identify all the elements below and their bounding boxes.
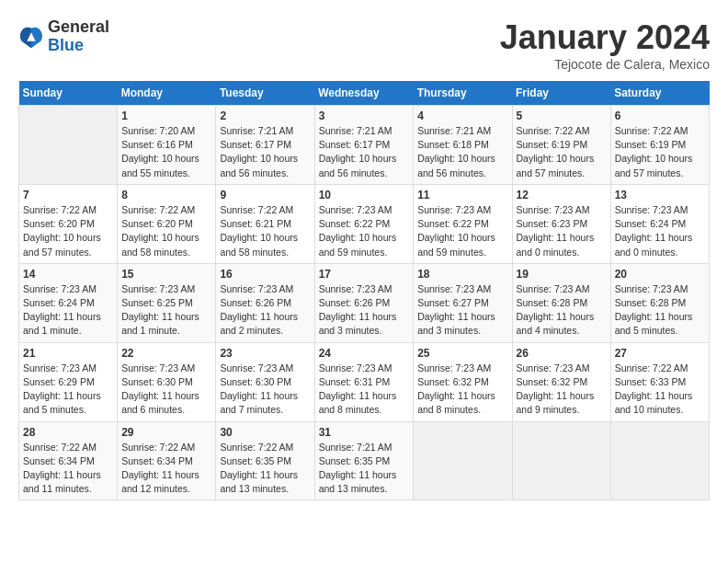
day-cell: 30Sunrise: 7:22 AMSunset: 6:35 PMDayligh… bbox=[216, 421, 314, 500]
day-cell: 27Sunrise: 7:22 AMSunset: 6:33 PMDayligh… bbox=[610, 342, 709, 421]
day-cell bbox=[19, 106, 118, 185]
week-row-1: 1Sunrise: 7:20 AMSunset: 6:16 PMDaylight… bbox=[19, 106, 710, 185]
day-number: 30 bbox=[220, 426, 310, 439]
location: Tejocote de Calera, Mexico bbox=[500, 57, 710, 72]
day-cell bbox=[512, 421, 610, 500]
day-cell: 17Sunrise: 7:23 AMSunset: 6:26 PMDayligh… bbox=[314, 263, 414, 342]
day-cell: 19Sunrise: 7:23 AMSunset: 6:28 PMDayligh… bbox=[512, 263, 610, 342]
col-header-friday: Friday bbox=[512, 81, 610, 106]
day-number: 23 bbox=[220, 347, 310, 360]
day-info: Sunrise: 7:23 AMSunset: 6:31 PMDaylight:… bbox=[319, 362, 410, 418]
day-cell bbox=[610, 421, 709, 500]
day-info: Sunrise: 7:21 AMSunset: 6:35 PMDaylight:… bbox=[319, 441, 410, 497]
day-number: 31 bbox=[319, 426, 410, 439]
day-cell: 1Sunrise: 7:20 AMSunset: 6:16 PMDaylight… bbox=[118, 106, 216, 185]
day-cell bbox=[414, 421, 512, 500]
day-info: Sunrise: 7:23 AMSunset: 6:22 PMDaylight:… bbox=[319, 203, 410, 259]
day-cell: 20Sunrise: 7:23 AMSunset: 6:28 PMDayligh… bbox=[610, 263, 709, 342]
logo: General Blue bbox=[18, 18, 109, 55]
day-cell: 25Sunrise: 7:23 AMSunset: 6:32 PMDayligh… bbox=[414, 342, 512, 421]
day-cell: 5Sunrise: 7:22 AMSunset: 6:19 PMDaylight… bbox=[512, 106, 610, 185]
day-cell: 14Sunrise: 7:23 AMSunset: 6:24 PMDayligh… bbox=[19, 263, 118, 342]
day-number: 27 bbox=[615, 347, 705, 360]
day-info: Sunrise: 7:23 AMSunset: 6:24 PMDaylight:… bbox=[615, 203, 705, 259]
day-info: Sunrise: 7:23 AMSunset: 6:23 PMDaylight:… bbox=[517, 203, 607, 259]
day-number: 3 bbox=[319, 109, 410, 122]
day-cell: 11Sunrise: 7:23 AMSunset: 6:22 PMDayligh… bbox=[414, 184, 512, 263]
day-number: 13 bbox=[615, 189, 705, 201]
day-number: 29 bbox=[121, 426, 211, 439]
day-info: Sunrise: 7:23 AMSunset: 6:32 PMDaylight:… bbox=[417, 362, 507, 418]
col-header-tuesday: Tuesday bbox=[216, 81, 314, 106]
day-info: Sunrise: 7:23 AMSunset: 6:24 PMDaylight:… bbox=[23, 282, 113, 339]
day-number: 22 bbox=[121, 347, 211, 360]
day-number: 15 bbox=[121, 268, 211, 281]
day-number: 25 bbox=[417, 347, 507, 360]
day-cell: 24Sunrise: 7:23 AMSunset: 6:31 PMDayligh… bbox=[314, 342, 414, 421]
day-cell: 18Sunrise: 7:23 AMSunset: 6:27 PMDayligh… bbox=[414, 263, 512, 342]
day-info: Sunrise: 7:22 AMSunset: 6:21 PMDaylight:… bbox=[220, 203, 310, 259]
day-number: 14 bbox=[23, 268, 113, 281]
day-info: Sunrise: 7:23 AMSunset: 6:27 PMDaylight:… bbox=[417, 282, 507, 339]
day-number: 26 bbox=[517, 347, 607, 360]
day-number: 9 bbox=[220, 189, 310, 201]
day-cell: 8Sunrise: 7:22 AMSunset: 6:20 PMDaylight… bbox=[118, 184, 216, 263]
day-cell: 4Sunrise: 7:21 AMSunset: 6:18 PMDaylight… bbox=[414, 106, 512, 185]
day-number: 17 bbox=[319, 268, 410, 281]
week-row-4: 21Sunrise: 7:23 AMSunset: 6:29 PMDayligh… bbox=[19, 342, 710, 421]
day-number: 19 bbox=[517, 268, 607, 281]
day-number: 16 bbox=[220, 268, 310, 281]
day-cell: 29Sunrise: 7:22 AMSunset: 6:34 PMDayligh… bbox=[118, 421, 216, 500]
day-cell: 12Sunrise: 7:23 AMSunset: 6:23 PMDayligh… bbox=[512, 184, 610, 263]
day-cell: 2Sunrise: 7:21 AMSunset: 6:17 PMDaylight… bbox=[216, 106, 314, 185]
day-info: Sunrise: 7:23 AMSunset: 6:30 PMDaylight:… bbox=[220, 362, 310, 418]
week-row-2: 7Sunrise: 7:22 AMSunset: 6:20 PMDaylight… bbox=[19, 184, 710, 263]
day-info: Sunrise: 7:22 AMSunset: 6:20 PMDaylight:… bbox=[121, 203, 211, 259]
day-info: Sunrise: 7:23 AMSunset: 6:25 PMDaylight:… bbox=[121, 282, 211, 339]
header-row: SundayMondayTuesdayWednesdayThursdayFrid… bbox=[19, 81, 710, 106]
day-info: Sunrise: 7:23 AMSunset: 6:30 PMDaylight:… bbox=[121, 362, 211, 418]
day-info: Sunrise: 7:23 AMSunset: 6:29 PMDaylight:… bbox=[23, 362, 113, 418]
week-row-3: 14Sunrise: 7:23 AMSunset: 6:24 PMDayligh… bbox=[19, 263, 710, 342]
day-info: Sunrise: 7:22 AMSunset: 6:19 PMDaylight:… bbox=[615, 124, 705, 180]
logo-text: General Blue bbox=[48, 18, 109, 55]
day-cell: 21Sunrise: 7:23 AMSunset: 6:29 PMDayligh… bbox=[19, 342, 118, 421]
day-info: Sunrise: 7:23 AMSunset: 6:28 PMDaylight:… bbox=[517, 282, 607, 339]
day-info: Sunrise: 7:22 AMSunset: 6:34 PMDaylight:… bbox=[121, 441, 211, 497]
logo-icon bbox=[18, 24, 44, 50]
page-header: General Blue January 2024 Tejocote de Ca… bbox=[18, 18, 710, 72]
col-header-sunday: Sunday bbox=[19, 81, 118, 106]
day-info: Sunrise: 7:21 AMSunset: 6:17 PMDaylight:… bbox=[319, 124, 410, 180]
day-number: 11 bbox=[417, 189, 507, 201]
day-cell: 22Sunrise: 7:23 AMSunset: 6:30 PMDayligh… bbox=[118, 342, 216, 421]
day-info: Sunrise: 7:23 AMSunset: 6:28 PMDaylight:… bbox=[615, 282, 705, 339]
day-number: 28 bbox=[23, 426, 113, 439]
day-number: 4 bbox=[417, 109, 507, 122]
month-title: January 2024 bbox=[500, 18, 710, 57]
day-number: 2 bbox=[220, 109, 310, 122]
day-cell: 23Sunrise: 7:23 AMSunset: 6:30 PMDayligh… bbox=[216, 342, 314, 421]
week-row-5: 28Sunrise: 7:22 AMSunset: 6:34 PMDayligh… bbox=[19, 421, 710, 500]
day-number: 12 bbox=[517, 189, 607, 201]
day-info: Sunrise: 7:22 AMSunset: 6:34 PMDaylight:… bbox=[23, 441, 113, 497]
day-cell: 7Sunrise: 7:22 AMSunset: 6:20 PMDaylight… bbox=[19, 184, 118, 263]
col-header-wednesday: Wednesday bbox=[314, 81, 414, 106]
day-cell: 9Sunrise: 7:22 AMSunset: 6:21 PMDaylight… bbox=[216, 184, 314, 263]
day-cell: 6Sunrise: 7:22 AMSunset: 6:19 PMDaylight… bbox=[610, 106, 709, 185]
day-cell: 26Sunrise: 7:23 AMSunset: 6:32 PMDayligh… bbox=[512, 342, 610, 421]
day-number: 7 bbox=[23, 189, 113, 201]
day-info: Sunrise: 7:23 AMSunset: 6:26 PMDaylight:… bbox=[220, 282, 310, 339]
title-block: January 2024 Tejocote de Calera, Mexico bbox=[500, 18, 710, 72]
col-header-monday: Monday bbox=[118, 81, 216, 106]
day-number: 20 bbox=[615, 268, 705, 281]
day-cell: 15Sunrise: 7:23 AMSunset: 6:25 PMDayligh… bbox=[118, 263, 216, 342]
day-info: Sunrise: 7:23 AMSunset: 6:32 PMDaylight:… bbox=[517, 362, 607, 418]
day-number: 5 bbox=[517, 109, 607, 122]
day-cell: 16Sunrise: 7:23 AMSunset: 6:26 PMDayligh… bbox=[216, 263, 314, 342]
day-number: 10 bbox=[319, 189, 410, 201]
day-info: Sunrise: 7:23 AMSunset: 6:26 PMDaylight:… bbox=[319, 282, 410, 339]
day-info: Sunrise: 7:22 AMSunset: 6:35 PMDaylight:… bbox=[220, 441, 310, 497]
day-info: Sunrise: 7:20 AMSunset: 6:16 PMDaylight:… bbox=[121, 124, 211, 180]
calendar-table: SundayMondayTuesdayWednesdayThursdayFrid… bbox=[18, 81, 710, 500]
day-info: Sunrise: 7:21 AMSunset: 6:18 PMDaylight:… bbox=[417, 124, 507, 180]
